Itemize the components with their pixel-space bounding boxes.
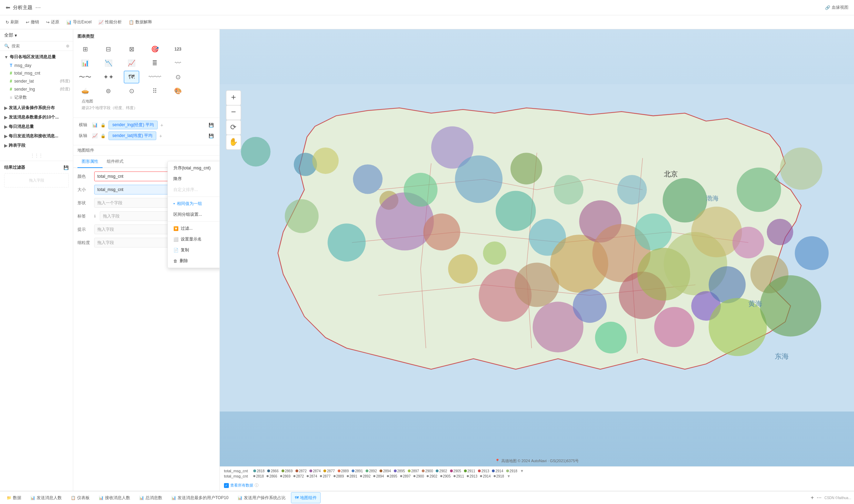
chart-type-colormap[interactable]: 🎨 [170, 85, 186, 97]
tab-chart-icon-2: 📊 [99, 496, 104, 500]
chart-type-pie[interactable]: 🥧 [77, 85, 93, 97]
chart-type-wave[interactable]: 〜〜 [77, 71, 93, 83]
sidebar-item-sender-lng[interactable]: # sender_lng (经度) [0, 85, 73, 93]
add-field-icon[interactable]: ⊕ [66, 44, 69, 48]
performance-btn[interactable]: 📈 性能分析 [98, 19, 122, 25]
lineage-view-btn[interactable]: 🔗 血缘视图 [825, 5, 848, 10]
bottom-tab-os[interactable]: 📊 发送用户操作系统占比 [234, 492, 290, 503]
bottom-tab-recv-users[interactable]: 📊 接收消息人数 [95, 492, 134, 503]
bottom-tab-dashboard[interactable]: 📋 仪表板 [67, 492, 93, 503]
sidebar-item-total-msg-cnt[interactable]: # total_msg_cnt [0, 69, 73, 77]
bottom-tab-total-msg[interactable]: 📊 总消息数 [135, 492, 166, 503]
legend-scroll-1[interactable]: ▼ [520, 469, 524, 473]
chart-type-column[interactable]: 📈 [124, 57, 139, 69]
save-filter-icon[interactable]: 💾 [63, 165, 69, 170]
chart-type-crosstab[interactable]: ⊟ [101, 43, 116, 55]
chart-type-number[interactable]: 123 [170, 43, 186, 55]
refresh-btn[interactable]: ↻ 刷新 [6, 19, 19, 25]
menu-item-same-group[interactable]: • 相同值为一组 [168, 198, 220, 209]
more-icon[interactable]: ⋯ [35, 4, 41, 11]
legend-size-2872: 2872 [293, 474, 304, 478]
legend-item-2891: 2891 [352, 469, 363, 473]
bottom-tab-send-users[interactable]: 📊 发送消息人数 [27, 492, 66, 503]
right-area: 手动预览 [220, 29, 854, 491]
chart-type-donut[interactable]: ⊚ [101, 85, 116, 97]
sidebar-item-records[interactable]: ≡ 记录数 [0, 93, 73, 102]
chart-type-table[interactable]: ⊞ [77, 43, 93, 55]
bottom-tab-data[interactable]: 📁 数据 [3, 492, 25, 503]
chart-type-map[interactable]: 🗺 [124, 71, 139, 83]
menu-item-asc[interactable]: 升序(total_msg_cnt) › [168, 163, 220, 174]
menu-item-delete[interactable]: 🗑 删除 [168, 255, 220, 266]
chart-type-map2[interactable]: 〰〰 [147, 71, 163, 83]
bottom-tab-map[interactable]: 🗺 地图组件 [291, 492, 321, 503]
tab-group-style[interactable]: 组件样式 [103, 156, 128, 168]
group-arrow-icon-2: ▶ [4, 106, 7, 110]
sidebar-group-title-5[interactable]: ▶ 每日发送消息和接收消息... [0, 131, 73, 141]
left-sidebar: 全部 ▾ 🔍 ⊕ ▼ 每日各地区发送消息总量 T msg_day # total… [0, 29, 73, 491]
axis-lock-icon[interactable]: 🔒 [100, 123, 106, 128]
chart-type-line[interactable]: 〰 [170, 57, 186, 69]
chart-type-pivot[interactable]: ⊠ [124, 43, 139, 55]
add-y-field-icon[interactable]: + [159, 133, 162, 139]
undo-btn[interactable]: ↩ 撤销 [26, 19, 39, 25]
chart-type-scatter[interactable]: ✦✦ [101, 71, 116, 83]
chart-type-dot[interactable]: ⠿ [147, 85, 163, 97]
menu-item-copy[interactable]: 📄 复制 [168, 245, 220, 255]
save-y-icon[interactable]: 💾 [209, 133, 214, 138]
menu-item-filter[interactable]: 🔽 过滤... [168, 223, 220, 234]
chart-type-grid: ⊞ ⊟ ⊠ 🎯 123 📊 📉 📈 ≣ 〰 〜〜 ✦✦ 🗺 〰〰 ⊙ [77, 43, 215, 97]
data-explain-icon: 📋 [129, 20, 134, 25]
svg-text:黄海: 黄海 [748, 300, 762, 307]
chart-type-area[interactable]: 📊 [77, 57, 93, 69]
y-axis-field[interactable]: sender_lat(纬度) 平均 [108, 131, 156, 140]
export-excel-btn[interactable]: 📊 导出Excel [66, 19, 91, 25]
legend-area: total_msg_cnt 2818 2866 2869 2872 [220, 466, 854, 481]
sidebar-item-sender-lat[interactable]: # sender_lat (纬度) [0, 77, 73, 85]
legend-row-2: total_msg_cnt 2818 2866 2869 2872 [224, 474, 850, 478]
data-explain-btn[interactable]: 📋 数据解释 [129, 19, 152, 25]
chart-type-stacked[interactable]: ≣ [147, 57, 163, 69]
granularity-label: 细粒度 [77, 240, 91, 246]
sidebar-group-title-3[interactable]: ▶ 发送消息条数最多的10个... [0, 113, 73, 122]
sidebar-group-title-4[interactable]: ▶ 每日消息总量 [0, 122, 73, 131]
search-input[interactable] [12, 44, 64, 48]
menu-divider-2 [168, 221, 220, 222]
chart-type-kpi[interactable]: 🎯 [147, 43, 163, 55]
delete-icon: 🗑 [173, 259, 178, 264]
y-axis-lock-icon[interactable]: 🔒 [100, 133, 106, 138]
legend-item-2900: 2900 [422, 469, 433, 473]
bottom-tab-top10[interactable]: 📊 发送消息最多的用户TOP10 [167, 492, 232, 503]
sidebar-group-title-1[interactable]: ▼ 每日各地区发送消息总量 [0, 52, 73, 62]
sidebar-group-title-2[interactable]: ▶ 发送人设备操作系统分布 [0, 103, 73, 113]
svg-text:⟳: ⟳ [230, 123, 237, 131]
chart-type-bar[interactable]: 📉 [101, 57, 116, 69]
view-all-checkbox[interactable]: ✓ [224, 483, 229, 488]
menu-item-desc[interactable]: 降序 › [168, 174, 220, 184]
legend-size-2897: 2897 [400, 474, 411, 478]
add-tab-icon[interactable]: + [811, 495, 814, 501]
view-all-data[interactable]: ✓ 查看所有数据 ⓘ [220, 481, 854, 491]
save-x-icon[interactable]: 💾 [209, 123, 214, 128]
sidebar-group-title-6[interactable]: ▶ 跨表字段 [0, 141, 73, 150]
legend-item-2914: 2914 [492, 469, 503, 473]
add-x-field-icon[interactable]: + [160, 122, 163, 128]
x-axis-field[interactable]: sender_lng(经度) 平均 [108, 121, 158, 129]
x-axis-label: 横轴 [79, 122, 89, 128]
menu-item-interval-group[interactable]: 区间分组设置... [168, 209, 220, 220]
resize-dots[interactable]: ⋮⋮⋮ [0, 150, 73, 161]
redo-btn[interactable]: ↪ 还原 [46, 19, 59, 25]
svg-point-12 [448, 254, 478, 284]
sidebar-item-msg-day[interactable]: T msg_day [0, 62, 73, 69]
tab-data-icon: 📁 [7, 496, 12, 500]
menu-item-display-name[interactable]: ⬜ 设置显示名 [168, 234, 220, 245]
csdn-watermark: CSDN ©faithua... [824, 496, 851, 500]
legend-scroll-2[interactable]: ▼ [507, 474, 511, 478]
bottom-more-icon[interactable]: ⋯ [817, 495, 822, 501]
legend-item-2892: 2892 [366, 469, 377, 473]
chart-type-bubble[interactable]: ⊙ [124, 85, 139, 97]
tab-chart-props[interactable]: 图形属性 [77, 156, 103, 168]
back-icon[interactable]: ⬅ [6, 4, 10, 11]
sidebar-filter-dropdown[interactable]: 全部 ▾ [4, 32, 17, 38]
chart-type-gauge[interactable]: ⊙ [170, 71, 186, 83]
